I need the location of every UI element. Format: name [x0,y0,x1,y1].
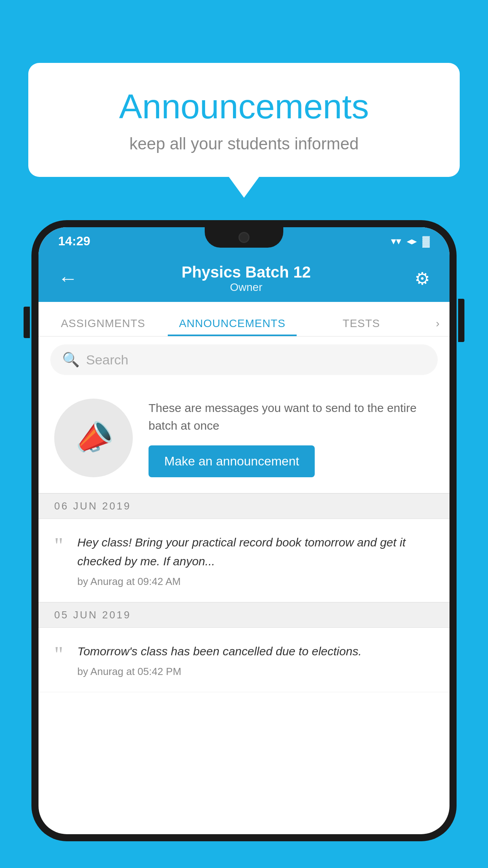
phone-wrapper: 14:29 ▾▾ ◂▸ ▓ ← Physics Batch 12 Owner ⚙ [31,220,457,868]
date-separator-2: 05 JUN 2019 [39,602,449,628]
promo-description: These are messages you want to send to t… [149,399,434,434]
search-container: 🔍 Search [39,337,449,383]
status-icons: ▾▾ ◂▸ ▓ [391,235,430,247]
announcement-content-2: Tomorrow's class has been cancelled due … [77,642,434,678]
app-header: ← Physics Batch 12 Owner ⚙ [39,255,449,302]
announcement-content-1: Hey class! Bring your practical record b… [77,533,434,588]
search-icon: 🔍 [62,351,80,368]
search-bar[interactable]: 🔍 Search [50,344,438,375]
tab-assignments[interactable]: ASSIGNMENTS [39,302,168,336]
notch [205,227,283,248]
tab-more[interactable]: › [426,317,449,336]
phone-outer: 14:29 ▾▾ ◂▸ ▓ ← Physics Batch 12 Owner ⚙ [31,220,457,841]
speech-bubble-arrow [228,176,260,198]
promo-content: These are messages you want to send to t… [149,399,434,477]
speech-bubble-subtitle: keep all your students informed [60,134,428,153]
announcement-meta-1: by Anurag at 09:42 AM [77,576,434,588]
tab-announcements[interactable]: ANNOUNCEMENTS [168,302,297,336]
search-placeholder: Search [86,352,128,368]
announcement-item-1[interactable]: " Hey class! Bring your practical record… [39,519,449,602]
megaphone-icon: 📣 [70,415,117,461]
date-separator-1: 06 JUN 2019 [39,493,449,519]
announcement-message-2: Tomorrow's class has been cancelled due … [77,642,434,661]
make-announcement-button[interactable]: Make an announcement [149,445,315,477]
speech-bubble-container: Announcements keep all your students inf… [28,63,460,198]
header-title: Physics Batch 12 [82,263,411,281]
quote-icon-1: " [54,535,63,557]
battery-icon: ▓ [422,235,430,247]
tab-tests[interactable]: TESTS [297,302,426,336]
status-time: 14:29 [58,234,90,248]
promo-section: 📣 These are messages you want to send to… [39,383,449,493]
back-button[interactable]: ← [54,263,82,294]
announcement-item-2[interactable]: " Tomorrow's class has been cancelled du… [39,628,449,692]
speech-bubble-title: Announcements [60,86,428,127]
signal-icon: ◂▸ [407,235,417,247]
header-title-area: Physics Batch 12 Owner [82,263,411,294]
announcement-message-1: Hey class! Bring your practical record b… [77,533,434,571]
wifi-icon: ▾▾ [391,235,401,247]
tabs-bar: ASSIGNMENTS ANNOUNCEMENTS TESTS › [39,302,449,337]
promo-icon-circle: 📣 [54,399,133,477]
header-subtitle: Owner [82,281,411,294]
quote-icon-2: " [54,644,63,666]
phone-inner: 14:29 ▾▾ ◂▸ ▓ ← Physics Batch 12 Owner ⚙ [39,227,449,834]
speech-bubble: Announcements keep all your students inf… [28,63,460,177]
settings-button[interactable]: ⚙ [411,265,434,292]
announcement-meta-2: by Anurag at 05:42 PM [77,666,434,678]
camera [238,232,250,243]
